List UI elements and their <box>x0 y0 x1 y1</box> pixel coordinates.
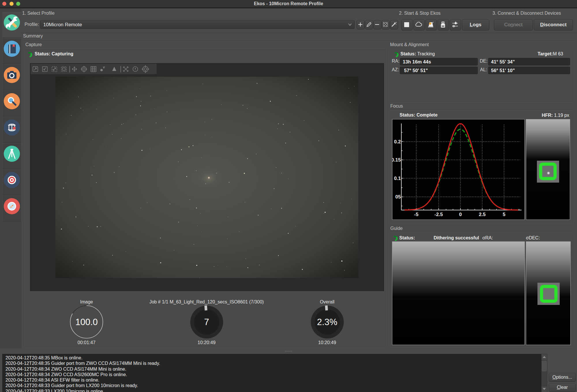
svg-text:05: 05 <box>395 194 401 200</box>
svg-text:2.5: 2.5 <box>479 212 486 217</box>
svg-text:-2.5: -2.5 <box>434 212 443 217</box>
svg-text:0.15: 0.15 <box>392 157 401 163</box>
svg-text:0: 0 <box>459 212 462 217</box>
svg-text:5: 5 <box>503 212 505 217</box>
svg-text:0.1: 0.1 <box>394 176 401 181</box>
svg-text:0.2: 0.2 <box>394 139 401 145</box>
svg-text:-5: -5 <box>414 212 418 217</box>
